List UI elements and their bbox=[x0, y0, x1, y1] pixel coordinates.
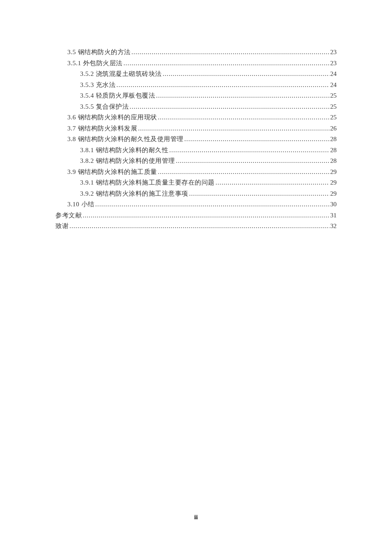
toc-label: 3.5 钢结构防火的方法 bbox=[67, 47, 131, 58]
toc-entry: 3.5.5 复合保护法 25 bbox=[55, 101, 337, 113]
toc-entry: 3.5 钢结构防火的方法 23 bbox=[55, 47, 337, 58]
toc-label: 3.8.1 钢结构防火涂料的耐久性 bbox=[80, 145, 168, 156]
toc-dots bbox=[158, 112, 330, 123]
toc-dots bbox=[184, 134, 330, 145]
toc-dots bbox=[169, 145, 329, 156]
toc-page: 24 bbox=[330, 69, 337, 80]
toc-page: 24 bbox=[330, 80, 337, 91]
toc-entry: 3.7 钢结构防火涂料发展 26 bbox=[55, 123, 337, 134]
toc-dots bbox=[130, 101, 329, 113]
toc-page: 29 bbox=[330, 167, 337, 178]
toc-page: 31 bbox=[330, 210, 337, 221]
toc-dots bbox=[216, 177, 329, 188]
toc-dots bbox=[163, 69, 329, 80]
toc-dots bbox=[138, 123, 329, 134]
toc-entry: 3.9.1 钢结构防火涂料施工质量主要存在的问题 29 bbox=[55, 177, 337, 188]
toc-page: 30 bbox=[330, 199, 337, 210]
toc-page: 28 bbox=[330, 134, 337, 145]
toc-page: 25 bbox=[330, 101, 337, 113]
toc-page: 26 bbox=[330, 123, 337, 134]
toc-dots bbox=[156, 90, 329, 101]
toc-entry: 3.9.2 钢结构防火涂料的施工注意事项 29 bbox=[55, 188, 337, 199]
toc-dots bbox=[158, 167, 330, 178]
toc-entry: 3.5.4 轻质防火厚板包覆法 25 bbox=[55, 90, 337, 101]
toc-label: 3.9 钢结构防火涂料的施工质量 bbox=[67, 167, 157, 178]
toc-page: 28 bbox=[330, 145, 337, 156]
toc-entry: 致谢 32 bbox=[55, 221, 337, 232]
toc-dots bbox=[132, 47, 330, 58]
toc-label: 致谢 bbox=[55, 221, 69, 232]
toc-label: 3.9.2 钢结构防火涂料的施工注意事项 bbox=[80, 188, 188, 199]
toc-container: 3.5 钢结构防火的方法 23 3.5.1 外包防火层法 23 3.5.2 浇筑… bbox=[0, 0, 392, 232]
toc-dots bbox=[124, 58, 329, 69]
toc-dots bbox=[189, 188, 329, 199]
toc-entry: 3.8.2 钢结构防火涂料的使用管理 28 bbox=[55, 156, 337, 167]
toc-page: 23 bbox=[330, 58, 337, 69]
toc-entry: 参考文献 31 bbox=[55, 210, 337, 221]
toc-label: 3.6 钢结构防火涂料的应用现状 bbox=[67, 112, 157, 123]
toc-label: 3.8 钢结构防火涂料的耐久性及使用管理 bbox=[67, 134, 184, 145]
toc-entry: 3.8 钢结构防火涂料的耐久性及使用管理 28 bbox=[55, 134, 337, 145]
toc-page: 25 bbox=[330, 90, 337, 101]
toc-dots bbox=[83, 210, 329, 221]
toc-entry: 3.6 钢结构防火涂料的应用现状 25 bbox=[55, 112, 337, 123]
toc-page: 28 bbox=[330, 156, 337, 167]
toc-entry: 3.5.2 浇筑混凝土砌筑砖块法 24 bbox=[55, 69, 337, 80]
toc-page: 32 bbox=[330, 221, 337, 232]
toc-entry: 3.5.1 外包防火层法 23 bbox=[55, 58, 337, 69]
toc-page: 29 bbox=[330, 177, 337, 188]
toc-entry: 3.10 小结 30 bbox=[55, 199, 337, 210]
toc-page: 23 bbox=[330, 47, 337, 58]
toc-label: 参考文献 bbox=[55, 210, 82, 221]
toc-label: 3.5.1 外包防火层法 bbox=[67, 58, 123, 69]
page-number: ii bbox=[0, 514, 392, 521]
toc-label: 3.7 钢结构防火涂料发展 bbox=[67, 123, 137, 134]
toc-dots bbox=[95, 199, 330, 210]
toc-page: 25 bbox=[330, 112, 337, 123]
toc-page: 29 bbox=[330, 188, 337, 199]
toc-label: 3.5.4 轻质防火厚板包覆法 bbox=[80, 90, 155, 101]
toc-dots bbox=[116, 80, 329, 91]
toc-label: 3.5.2 浇筑混凝土砌筑砖块法 bbox=[80, 69, 162, 80]
toc-label: 3.8.2 钢结构防火涂料的使用管理 bbox=[80, 156, 175, 167]
toc-label: 3.9.1 钢结构防火涂料施工质量主要存在的问题 bbox=[80, 177, 215, 188]
toc-label: 3.5.5 复合保护法 bbox=[80, 101, 129, 113]
toc-dots bbox=[176, 156, 329, 167]
toc-dots bbox=[69, 221, 329, 232]
toc-entry: 3.8.1 钢结构防火涂料的耐久性 28 bbox=[55, 145, 337, 156]
toc-entry: 3.5.3 充水法 24 bbox=[55, 80, 337, 91]
toc-entry: 3.9 钢结构防火涂料的施工质量 29 bbox=[55, 167, 337, 178]
toc-label: 3.10 小结 bbox=[67, 199, 95, 210]
toc-label: 3.5.3 充水法 bbox=[80, 80, 115, 91]
